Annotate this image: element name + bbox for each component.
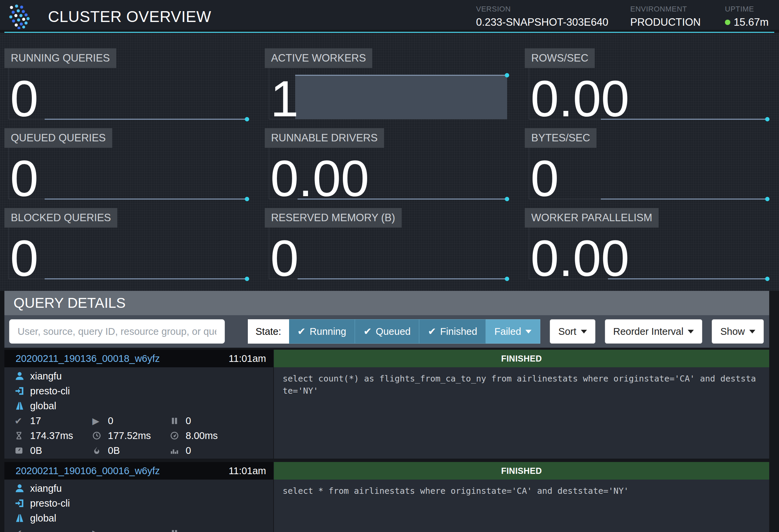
query-details-title: QUERY DETAILS — [14, 295, 125, 311]
uptime-label: UPTIME — [725, 5, 769, 14]
query-source: presto-cli — [30, 386, 70, 397]
hud-tile-active-workers: ACTIVE WORKERS 1 — [265, 50, 509, 119]
sparkline-dot-icon — [765, 277, 770, 281]
hud-grid: RUNNING QUERIES 0 ACTIVE WORKERS 1 ROWS/… — [4, 50, 769, 279]
search-input[interactable] — [9, 319, 225, 344]
queued-splits-stat — [170, 526, 273, 532]
tile-value: 0.00 — [530, 73, 629, 124]
user-icon — [15, 371, 30, 381]
running-splits-stat: ▶ — [92, 526, 170, 532]
tile-label: BYTES/SEC — [525, 128, 596, 148]
query-user-row: xiangfu — [4, 369, 273, 384]
version-label: VERSION — [476, 5, 609, 14]
environment-label: ENVIRONMENT — [630, 5, 703, 14]
query-stats: ✔ 17 ▶ 0 0 — [4, 413, 273, 458]
cpu-time-stat: 8.00ms — [170, 428, 273, 443]
wall-time-stat: 174.37ms — [15, 428, 92, 443]
environment-value: PRODUCTION — [630, 16, 703, 28]
tile-value: 1 — [270, 73, 299, 124]
reorder-interval-dropdown-button[interactable]: Reorder Interval — [605, 319, 703, 344]
version-stat: VERSION 0.233-SNAPSHOT-303E640 — [476, 5, 609, 28]
uptime-status-dot-icon — [725, 20, 730, 25]
filter-failed-dropdown[interactable]: Failed — [486, 319, 540, 344]
histogram-bars-icon — [170, 446, 186, 455]
query-id-link[interactable]: 20200211_190106_00016_w6yfz — [16, 465, 160, 477]
pause-icon — [170, 529, 186, 532]
gauge-icon — [170, 431, 186, 440]
header-stats: VERSION 0.233-SNAPSHOT-303E640 ENVIRONME… — [454, 5, 769, 28]
check-icon: ✔ — [428, 326, 436, 337]
caret-down-icon — [581, 330, 587, 333]
state-filter-label: State: — [248, 319, 289, 344]
query-card: 20200211_190136_00018_w6yfz 11:01am FINI… — [4, 350, 769, 459]
query-resource-group-row: global — [4, 511, 273, 526]
hud-tile-worker-parallelism: WORKER PARALLELISM 0.00 — [525, 209, 769, 279]
road-icon — [15, 513, 30, 523]
sparkline-dot-icon — [765, 197, 770, 201]
tile-label: ACTIVE WORKERS — [265, 48, 373, 68]
query-resource-group-row: global — [4, 398, 273, 413]
query-details-header: QUERY DETAILS — [4, 291, 769, 315]
tile-label: WORKER PARALLELISM — [525, 208, 659, 228]
caret-down-icon — [525, 330, 532, 333]
tile-label: QUEUED QUERIES — [4, 128, 112, 148]
hud-tile-runnable-drivers: RUNNABLE DRIVERS 0.00 — [265, 130, 509, 199]
tile-label: BLOCKED QUERIES — [4, 208, 117, 228]
query-state-label: FINISHED — [501, 354, 542, 364]
cumulative-memory-stat: 0 — [170, 443, 273, 458]
user-icon — [15, 483, 30, 493]
sparkline-dot-icon — [505, 277, 509, 281]
query-stats: ✔ ▶ — [4, 526, 273, 532]
filter-running-button[interactable]: ✔ Running — [289, 319, 355, 344]
uptime-stat: UPTIME 15.67m — [725, 5, 769, 28]
running-splits-stat: ▶ 0 — [92, 413, 170, 428]
query-meta: xiangfu presto-cli global — [4, 367, 273, 459]
sparkline-dot-icon — [245, 197, 249, 201]
completed-splits-stat: ✔ 17 — [15, 413, 92, 428]
check-icon: ✔ — [298, 326, 306, 337]
query-toolbar: State: ✔ Running ✔ Queued ✔ Finished Fai… — [4, 315, 769, 348]
sparkline-dot-icon — [245, 117, 249, 121]
play-icon: ▶ — [92, 416, 108, 426]
query-card-body: xiangfu presto-cli global — [4, 367, 769, 459]
query-resource-group: global — [30, 513, 56, 524]
hud-tile-blocked-queries: BLOCKED QUERIES 0 — [4, 209, 249, 279]
query-source-row: presto-cli — [4, 496, 273, 511]
sort-dropdown-button[interactable]: Sort — [550, 319, 595, 344]
query-time: 11:01am — [229, 465, 266, 477]
tile-label: ROWS/SEC — [525, 48, 595, 68]
filter-finished-button[interactable]: ✔ Finished — [419, 319, 486, 344]
page-title: CLUSTER OVERVIEW — [48, 7, 211, 26]
query-card: 20200211_190106_00016_w6yfz 11:01am FINI… — [4, 462, 769, 532]
cluster-hud: RUNNING QUERIES 0 ACTIVE WORKERS 1 ROWS/… — [0, 33, 779, 291]
sign-in-icon — [15, 498, 30, 508]
completed-splits-stat: ✔ — [15, 526, 92, 532]
query-details-section: QUERY DETAILS State: ✔ Running ✔ Queued … — [4, 291, 769, 532]
clock-icon — [92, 431, 108, 440]
tile-label: RUNNING QUERIES — [4, 48, 116, 68]
query-card-header: 20200211_190106_00016_w6yfz 11:01am FINI… — [4, 462, 769, 480]
environment-stat: ENVIRONMENT PRODUCTION — [630, 5, 703, 28]
query-state-progress-bar: FINISHED — [274, 462, 769, 480]
show-dropdown-button[interactable]: Show — [712, 319, 764, 344]
sparkline-dot-icon — [765, 117, 770, 121]
caret-down-icon — [688, 330, 694, 333]
tile-value: 0 — [10, 153, 38, 204]
uptime-value-wrap: 15.67m — [725, 16, 769, 28]
presto-logo-icon — [9, 4, 37, 29]
hud-tile-reserved-memory: RESERVED MEMORY (B) 0 — [265, 209, 509, 279]
tile-value: 0 — [10, 73, 38, 124]
current-memory-stat: 0B — [15, 443, 92, 458]
hud-tile-bytes-per-sec: BYTES/SEC 0 — [525, 130, 769, 199]
hud-tile-rows-per-sec: ROWS/SEC 0.00 — [525, 50, 769, 119]
peak-memory-stat: 0B — [92, 443, 170, 458]
query-state-progress-bar: FINISHED — [274, 350, 769, 367]
query-source: presto-cli — [30, 498, 70, 509]
query-card-header-left: 20200211_190136_00018_w6yfz 11:01am — [4, 350, 273, 367]
query-id-link[interactable]: 20200211_190136_00018_w6yfz — [16, 353, 160, 364]
pause-icon — [170, 416, 186, 425]
query-sql-text: select count(*) as flights_from_ca_to_ny… — [274, 367, 769, 459]
filter-queued-button[interactable]: ✔ Queued — [355, 319, 420, 344]
queued-splits-stat: 0 — [170, 413, 273, 428]
tile-label: RUNNABLE DRIVERS — [265, 128, 384, 148]
